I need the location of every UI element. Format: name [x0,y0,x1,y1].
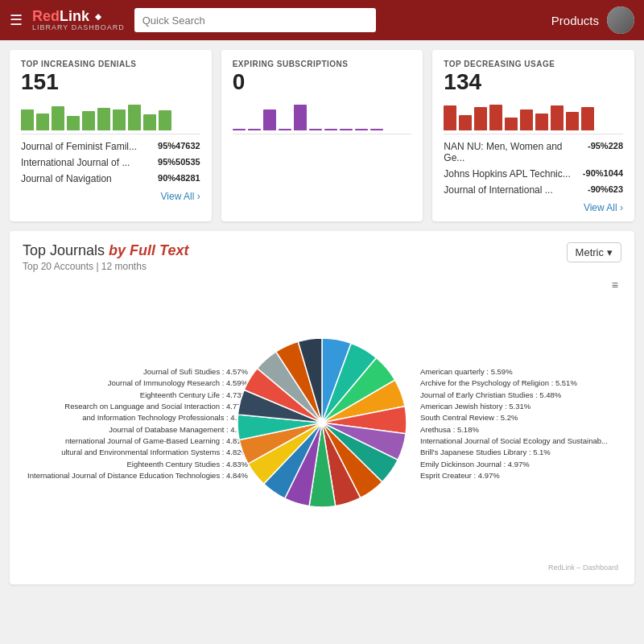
bar [535,114,548,130]
journal-row: NAN NU: Men, Women and Ge...-95%228 [444,141,623,163]
denials-card: TOP INCREASING DENIALS 151 Journal of Fe… [10,50,212,221]
denials-journal-list: Journal of Feminist Famil...95%47632Inte… [21,141,200,184]
pie-label: International Journal of Distance Educat… [23,471,248,481]
journal-stat: 90%48281 [158,173,200,183]
footer-label: RedLink – Dashboard [548,564,618,572]
pie-label: Esprit Createur : 4.97% [420,471,621,481]
bar [21,109,34,130]
bar [474,107,487,130]
pie-title: Top Journals by Full Text [23,242,188,259]
pie-label: Brill's Japanese Studies Library : 5.1% [420,448,621,457]
bar [444,105,456,130]
metric-label: Metric [576,246,604,258]
pie-label: Journal of Immunology Research : 4.59% [23,378,248,388]
logo-subtitle: Library Dashboard [32,23,125,31]
expiring-number: 0 [233,68,412,96]
journal-name: Journal of Feminist Famil... [21,141,153,152]
logo-area: RedLink ◆ Library Dashboard [32,9,125,31]
bar [36,114,49,130]
decreasing-label: TOP DECREASING USAGE [444,60,623,68]
bar [566,112,579,130]
journal-row: Journal of Navigation90%48281 [21,173,200,184]
bar [581,107,594,130]
bar [159,110,171,130]
bar [279,129,291,130]
journal-stat: -95%228 [588,141,623,151]
bar [294,105,307,130]
pie-label: Eighteenth Century Life : 4.73% [23,390,248,400]
bar [505,118,518,130]
pie-labels-left: Journal of Sufi Studies : 4.57%Journal o… [23,275,248,573]
logo-brand: RedLink ◆ [32,9,101,23]
decreasing-card: TOP DECREASING USAGE 134 NAN NU: Men, Wo… [432,50,634,221]
bar [340,129,353,130]
app-header: ☰ RedLink ◆ Library Dashboard Products [0,0,644,40]
journal-name: Journal of International ... [444,184,583,196]
metric-button[interactable]: Metric ▾ [567,242,621,262]
journal-row: Johns Hopkins APL Technic...-90%1044 [444,168,623,180]
bar [355,129,368,130]
pie-label: American Jewish history : 5.31% [420,402,621,411]
bar [520,109,533,130]
header-right: Products [551,6,634,34]
pie-label: Research on Language and Social Interact… [23,402,248,411]
denials-label: TOP INCREASING DENIALS [21,60,200,68]
expiring-label: EXPIRING SUBSCRIPTIONS [233,60,412,68]
decreasing-chart [444,102,623,134]
pie-title-plain: Top Journals [23,242,109,258]
bar [52,106,64,130]
pie-label: Eighteenth Century Studies : 4.83% [23,460,248,469]
journal-name: Journal of Navigation [21,173,153,184]
expiring-chart [233,102,412,134]
bar [263,109,276,130]
journal-row: Journal of International ...-90%623 [444,184,623,196]
pie-label: and Information Technology Professionals… [23,413,248,423]
bar [248,129,261,130]
journal-name: International Journal of ... [21,157,153,168]
journal-name: Johns Hopkins APL Technic... [444,168,578,180]
pie-label: South Central Review : 5.2% [420,413,621,423]
journal-stat: -90%623 [588,184,623,194]
bar [489,105,502,130]
pie-label: ultural and Environmental Information Sy… [23,448,248,457]
products-label[interactable]: Products [551,14,599,27]
pie-container: ≡ Journal of Sufi Studies : 4.57%Journal… [23,275,621,573]
pie-header: Top Journals by Full Text Top 20 Account… [23,242,621,272]
bar [324,129,337,130]
denials-number: 151 [21,68,200,96]
decreasing-view-all[interactable]: View All › [444,202,623,213]
bar [143,114,156,130]
decreasing-number: 134 [444,68,623,96]
bar [113,109,126,130]
expiring-card: EXPIRING SUBSCRIPTIONS 0 [221,50,423,221]
bar [309,129,322,130]
stats-row: TOP INCREASING DENIALS 151 Journal of Fe… [0,40,644,231]
pie-label: Archive for the Psychology of Religion :… [420,378,621,388]
pie-labels-right: American quarterly : 5.59%Archive for th… [420,275,621,573]
denials-chart [21,102,200,134]
pie-label: Arethusa : 5.18% [420,425,621,435]
bar [370,129,383,130]
avatar-image [607,6,634,34]
journal-row: Journal of Feminist Famil...95%47632 [21,141,200,152]
bar [551,105,564,130]
pie-label: American quarterly : 5.59% [420,367,621,377]
journal-stat: 95%50535 [158,157,200,167]
pie-chart [233,334,411,514]
bar [128,105,141,130]
menu-icon[interactable]: ☰ [10,11,23,29]
pie-section: Top Journals by Full Text Top 20 Account… [10,231,634,584]
search-input[interactable] [134,8,376,32]
pie-label: Journal of Early Christian Studies : 5.4… [420,390,621,400]
bar [459,115,472,130]
bar [82,111,95,130]
pie-title-italic: by Full Text [109,242,188,258]
journal-row: International Journal of ...95%50535 [21,157,200,168]
pie-label: Journal of Sufi Studies : 4.57% [23,367,248,377]
avatar[interactable] [607,6,634,34]
pie-subtitle: Top 20 Accounts | 12 months [23,261,188,272]
denials-view-all[interactable]: View All › [21,191,200,202]
bar [97,108,110,130]
journal-stat: -90%1044 [583,168,623,178]
pie-label: International Journal of Social Ecology … [420,436,621,446]
